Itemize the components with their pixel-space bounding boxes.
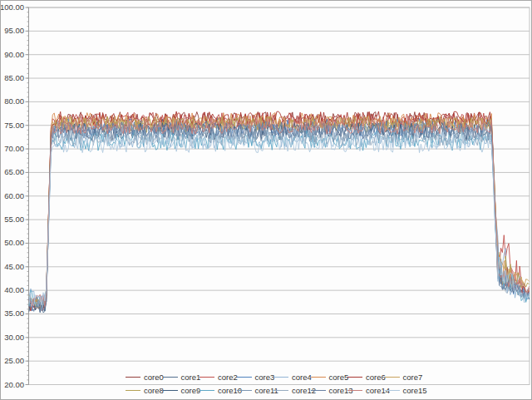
series-line-core11	[29, 124, 530, 311]
y-axis-label: 95.00	[0, 27, 24, 35]
legend-swatch-core7	[385, 377, 400, 378]
legend-swatch-core1	[163, 377, 178, 378]
legend-swatch-core0	[126, 377, 140, 378]
y-axis-label: 30.00	[0, 333, 24, 342]
legend-label: core7	[403, 373, 423, 382]
y-axis-label: 55.00	[0, 215, 24, 224]
legend-item-core3: core3	[237, 372, 275, 382]
legend-swatch-core8	[126, 390, 140, 391]
legend-swatch-core3	[237, 377, 252, 378]
y-axis-label: 25.00	[0, 357, 24, 365]
legend-item-core7: core7	[385, 372, 423, 382]
y-axis-label: 100.00	[0, 3, 24, 12]
legend-item-core0: core0	[126, 372, 164, 382]
legend-label: core6	[366, 373, 386, 382]
y-axis-label: 70.00	[0, 145, 24, 153]
legend-item-core9: core9	[163, 385, 201, 395]
legend-swatch-core14	[347, 390, 362, 391]
y-axis-label: 50.00	[0, 239, 24, 247]
legend-item-core11: core11	[237, 385, 278, 395]
legend-swatch-core13	[311, 390, 326, 391]
legend-label: core15	[403, 386, 427, 395]
plot-area	[1, 1, 532, 400]
y-axis-label: 45.00	[0, 263, 24, 271]
legend-swatch-core11	[237, 390, 252, 391]
legend-item-core1: core1	[163, 372, 201, 382]
legend-label: core5	[329, 373, 349, 382]
legend-swatch-core4	[273, 377, 288, 378]
legend-swatch-core12	[273, 390, 288, 391]
legend-label: core2	[218, 373, 238, 382]
y-axis-label: 40.00	[0, 286, 24, 294]
series-line-core10	[29, 131, 530, 307]
legend-swatch-core10	[200, 390, 214, 391]
series-line-core9	[29, 123, 530, 313]
cpu-usage-line-chart: 100.0095.0090.0085.0080.0075.0070.0065.0…	[0, 0, 532, 400]
y-axis-label: 60.00	[0, 192, 24, 200]
y-axis-label: 75.00	[0, 121, 24, 130]
legend-label: core9	[181, 386, 201, 395]
legend-label: core0	[144, 373, 164, 382]
series-line-core13	[29, 121, 530, 312]
legend-item-core13: core13	[311, 385, 353, 395]
legend-item-core5: core5	[311, 372, 349, 382]
legend-swatch-core2	[200, 377, 214, 378]
y-axis-label: 65.00	[0, 168, 24, 176]
y-axis-label: 85.00	[0, 74, 24, 82]
legend-swatch-core6	[347, 377, 362, 378]
series-line-core4	[29, 130, 530, 304]
y-axis-label: 90.00	[0, 51, 24, 59]
legend-item-core10: core10	[200, 385, 242, 395]
legend-item-core2: core2	[200, 372, 238, 382]
legend-swatch-core15	[385, 390, 400, 391]
y-axis-label: 35.00	[0, 309, 24, 318]
legend-label: core4	[292, 373, 312, 382]
legend-swatch-core9	[163, 390, 178, 391]
legend-swatch-core5	[311, 377, 326, 378]
legend-label: core3	[255, 373, 275, 382]
legend-label: core1	[181, 373, 201, 382]
legend-item-core4: core4	[273, 372, 312, 382]
legend-item-core14: core14	[347, 385, 390, 395]
legend-item-core8: core8	[126, 385, 164, 395]
legend-item-core15: core15	[385, 385, 427, 395]
series-line-core12	[29, 126, 530, 307]
legend-item-core6: core6	[347, 372, 386, 382]
legend-label: core8	[144, 386, 164, 395]
y-axis-label: 80.00	[0, 97, 24, 106]
y-axis-label: 20.00	[0, 381, 24, 389]
legend-item-core12: core12	[273, 385, 316, 395]
